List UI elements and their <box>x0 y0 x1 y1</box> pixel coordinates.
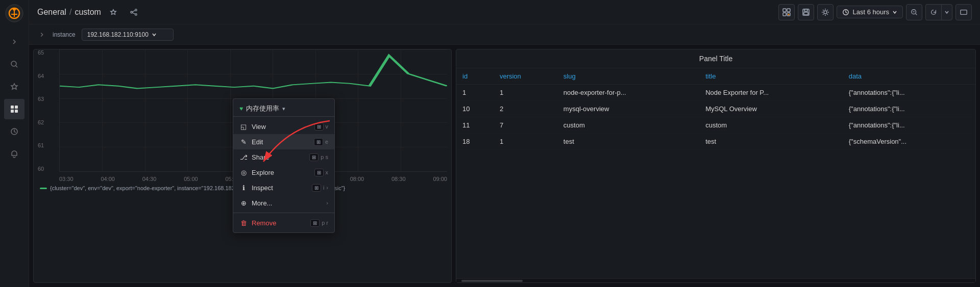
time-range-label: Last 6 hours <box>852 8 889 16</box>
breadcrumb-current[interactable]: custom <box>75 8 101 17</box>
table-row[interactable]: 1 1 node-exporter-for-p... Node Exporter… <box>456 85 975 101</box>
grid-line-h1 <box>60 49 447 50</box>
col-header-title[interactable]: title <box>699 68 843 85</box>
sidebar-item-alerts[interactable] <box>4 144 24 164</box>
svg-point-23 <box>824 11 827 14</box>
sidebar-expand-icon[interactable] <box>37 30 46 39</box>
instance-select[interactable]: 192.168.182.110:9100 <box>82 29 174 41</box>
cell-data: {"annotations":{"li... <box>843 85 975 101</box>
table-header-row: id version slug title data <box>456 68 975 85</box>
col-header-version[interactable]: version <box>494 68 557 85</box>
col-header-data[interactable]: data <box>843 68 975 85</box>
edit-icon: ✎ <box>239 138 248 146</box>
grid-line-h2 <box>60 74 447 74</box>
sidebar-item-dashboards[interactable] <box>4 99 24 119</box>
menu-item-view-left: ◱ View <box>239 122 266 131</box>
explore-shortcut: ⊞ x <box>314 169 329 176</box>
menu-item-view[interactable]: ◱ View ⊞ v <box>233 119 334 134</box>
menu-divider <box>233 213 334 213</box>
menu-item-edit[interactable]: ✎ Edit ⊞ e <box>233 134 334 149</box>
table-row[interactable]: 11 7 custom custom {"annotations":{"li..… <box>456 117 975 134</box>
sidebar-item-search[interactable] <box>4 54 24 74</box>
refresh-button[interactable] <box>925 4 941 20</box>
refresh-interval-button[interactable] <box>941 4 952 20</box>
menu-item-inspect-label: Inspect <box>252 184 273 192</box>
menu-item-edit-label: Edit <box>252 138 263 146</box>
add-panel-button[interactable] <box>778 4 795 20</box>
menu-item-remove-left: 🗑 Remove <box>239 219 276 227</box>
save-dashboard-button[interactable] <box>798 4 814 20</box>
context-menu: ♥ 内存使用率 ▾ ◱ View ⊞ v ✎ <box>233 98 335 233</box>
horizontal-scrollbar[interactable] <box>456 278 975 282</box>
cell-id: 11 <box>456 117 494 134</box>
svg-point-2 <box>13 8 16 11</box>
svg-point-5 <box>11 61 16 66</box>
sidebar-item-chevron[interactable] <box>4 32 24 52</box>
grafana-logo[interactable] <box>5 4 23 22</box>
variable-bar: instance 192.168.182.110:9100 <box>29 24 980 45</box>
cell-slug: mysql-overview <box>557 101 699 117</box>
more-submenu-arrow: › <box>326 200 328 206</box>
view-shortcut: ⊞ v <box>314 123 329 131</box>
cell-slug: node-exporter-for-p... <box>557 85 699 101</box>
svg-point-15 <box>135 13 137 15</box>
x-label-8: 08:00 <box>350 176 364 182</box>
topbar-left: General / custom <box>37 4 142 20</box>
table-row[interactable]: 18 1 test test {"schemaVersion"... <box>456 134 975 150</box>
star-dashboard-button[interactable] <box>105 4 121 20</box>
table-container: id version slug title data 1 1 node-expo… <box>456 68 975 278</box>
sidebar-item-starred[interactable] <box>4 76 24 97</box>
cell-data: {"annotations":{"li... <box>843 101 975 117</box>
tv-mode-button[interactable] <box>955 4 972 20</box>
cell-id: 18 <box>456 134 494 150</box>
cell-data: {"annotations":{"li... <box>843 117 975 134</box>
menu-item-view-label: View <box>252 123 266 131</box>
svg-rect-21 <box>804 9 807 11</box>
time-range-picker[interactable]: Last 6 hours <box>837 6 903 18</box>
instance-label: instance <box>53 31 76 38</box>
menu-item-more-left: ⊕ More... <box>239 199 272 207</box>
instance-value: 192.168.182.110:9100 <box>87 31 149 38</box>
grid-line-v3 <box>187 49 188 171</box>
legend-color-indicator <box>40 188 47 189</box>
share-shortcut: ⊞ p s <box>309 153 328 161</box>
y-label-60: 60 <box>38 166 44 172</box>
breadcrumb-home[interactable]: General <box>37 8 66 17</box>
dashboard-settings-button[interactable] <box>817 4 834 20</box>
x-label-9: 08:30 <box>391 176 406 182</box>
cell-title: custom <box>699 117 843 134</box>
svg-rect-18 <box>783 13 786 16</box>
scrollbar-thumb[interactable] <box>461 280 523 282</box>
cell-version: 7 <box>494 117 557 134</box>
menu-item-share[interactable]: ⎇ Share ⊞ p s <box>233 149 334 165</box>
cell-version: 1 <box>494 85 557 101</box>
inspect-submenu-arrow: › <box>326 185 328 191</box>
menu-item-remove[interactable]: 🗑 Remove ⊞ p r <box>233 215 334 230</box>
x-label-2: 04:00 <box>101 176 115 182</box>
table-row[interactable]: 10 2 mysql-overview MySQL Overview {"ann… <box>456 101 975 117</box>
zoom-out-button[interactable] <box>906 4 922 20</box>
explore-icon: ◎ <box>239 168 248 176</box>
menu-item-more[interactable]: ⊕ More... › <box>233 195 334 211</box>
sidebar-item-explore[interactable] <box>4 121 24 142</box>
svg-point-14 <box>131 11 133 13</box>
col-header-id[interactable]: id <box>456 68 494 85</box>
menu-header: ♥ 内存使用率 ▾ <box>233 101 334 117</box>
y-label-62: 62 <box>38 119 44 125</box>
grid-line-v7 <box>358 49 358 171</box>
menu-item-explore[interactable]: ◎ Explore ⊞ x <box>233 165 334 180</box>
grid-line-v2 <box>145 49 145 171</box>
x-label-3: 04:30 <box>142 176 157 182</box>
inspect-shortcut: ⊞ i › <box>312 184 328 192</box>
inspect-icon: ℹ <box>239 184 248 192</box>
menu-item-edit-left: ✎ Edit <box>239 138 263 146</box>
panel-table: Panel Title id version slug title data <box>456 49 976 283</box>
y-label-63: 63 <box>38 96 44 102</box>
data-table: id version slug title data 1 1 node-expo… <box>456 68 975 150</box>
col-header-slug[interactable]: slug <box>557 68 699 85</box>
chart-y-labels: 65 64 63 62 61 60 <box>38 49 44 172</box>
menu-header-title: 内存使用率 <box>246 104 279 113</box>
menu-item-inspect[interactable]: ℹ Inspect ⊞ i › <box>233 180 334 195</box>
menu-item-share-left: ⎇ Share <box>239 153 270 161</box>
share-dashboard-button[interactable] <box>126 4 142 20</box>
